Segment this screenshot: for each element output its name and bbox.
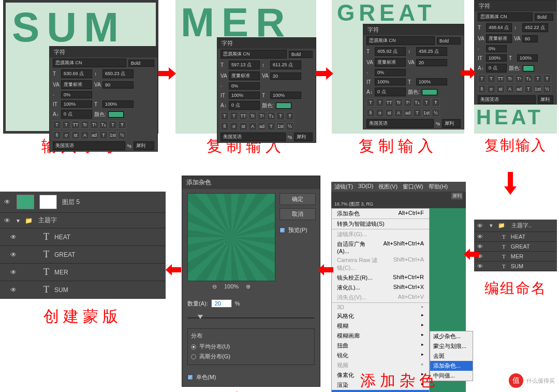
zoom-level: 100% bbox=[224, 283, 239, 290]
layer-mer[interactable]: MER bbox=[511, 253, 523, 259]
amount-slider-thumb[interactable] bbox=[198, 315, 203, 319]
layer-heat[interactable]: HEAT bbox=[511, 234, 526, 240]
menu-filter[interactable]: 滤镜(T) bbox=[334, 183, 353, 191]
zoom-in-icon[interactable]: ⊕ bbox=[246, 283, 251, 290]
layer-heat[interactable]: HEAT bbox=[54, 234, 70, 241]
hscale-input[interactable]: 100% bbox=[102, 100, 134, 108]
italic-toggle[interactable]: T bbox=[62, 121, 70, 129]
layer-great[interactable]: GREAT bbox=[511, 243, 530, 250]
mask-thumb[interactable] bbox=[39, 195, 57, 209]
svg-marker-3 bbox=[504, 172, 517, 195]
svg-marker-4 bbox=[464, 249, 479, 260]
layer-mer[interactable]: MER bbox=[54, 269, 68, 276]
group-name[interactable]: 主题字 bbox=[38, 216, 57, 225]
font-size-icon: T bbox=[53, 71, 59, 77]
superscript-toggle[interactable]: T¹ bbox=[90, 121, 98, 129]
allcaps-toggle[interactable]: TT bbox=[71, 121, 80, 129]
language-dropdown[interactable]: 美国英语 bbox=[53, 141, 125, 150]
layer-5[interactable]: 图层 5 bbox=[62, 198, 80, 207]
cancel-button[interactable]: 取消 bbox=[280, 208, 316, 220]
svg-marker-2 bbox=[461, 67, 476, 79]
canvas-3: GREAT 字符 思源黑体 CNBold T405.92 点↕458.25 点 … bbox=[332, 0, 464, 134]
arrow-left-icon bbox=[166, 264, 181, 275]
folder-icon: 📁 bbox=[25, 217, 33, 224]
aa-dropdown[interactable]: 犀利 bbox=[134, 141, 154, 150]
layers-panel-large[interactable]: 👁图层 5 👁▾📁主题字 👁THEAT 👁TGREAT 👁TMER 👁TSUM bbox=[0, 192, 166, 299]
canvas-1: SUM 字符 思源黑体 CN Bold T630.69 点 ↕650.23 点 … bbox=[3, 0, 158, 134]
folder-icon: 📁 bbox=[498, 222, 506, 229]
baseline-icon: A↓ bbox=[53, 111, 59, 117]
chevron-down-icon[interactable]: ▾ bbox=[490, 222, 493, 229]
watermark-badge-icon: 值 bbox=[509, 373, 523, 388]
leading-input[interactable]: 650.23 点 bbox=[102, 69, 134, 78]
tsume-input[interactable]: 0% bbox=[61, 91, 92, 98]
caption-6: 添加杂色 bbox=[337, 370, 462, 391]
visibility-icon[interactable]: 👁 bbox=[4, 198, 11, 206]
arrow-right-icon bbox=[316, 67, 333, 80]
text-sum[interactable]: SUM bbox=[12, 4, 126, 51]
kerning-input[interactable]: 度量标准 bbox=[61, 80, 92, 89]
tracking-input[interactable]: 90 bbox=[102, 81, 134, 89]
group-name[interactable]: 主题字.. bbox=[511, 222, 532, 229]
caption-5: 编组命名 bbox=[474, 279, 557, 298]
hscale-icon: T bbox=[94, 101, 100, 107]
gaussian-radio[interactable] bbox=[191, 354, 196, 359]
bold-toggle[interactable]: T bbox=[53, 121, 61, 129]
canvas-4: HEAT bbox=[474, 105, 557, 134]
character-panel-1[interactable]: 字符 思源黑体 CN Bold T630.69 点 ↕650.23 点 VA度量… bbox=[49, 46, 158, 152]
baseline-input[interactable]: 0 点 bbox=[61, 110, 92, 119]
submenu-add-noise: 添加杂色... bbox=[430, 361, 473, 371]
dialog-title: 添加杂色 bbox=[182, 176, 320, 189]
distribution-label: 分布 bbox=[191, 332, 311, 340]
vscale-input[interactable]: 100% bbox=[61, 100, 92, 108]
subscript-toggle[interactable]: T₁ bbox=[99, 121, 108, 129]
font-family-dropdown[interactable]: 思源黑体 CN bbox=[53, 59, 126, 67]
menubar[interactable]: 滤镜(T) 3D(D) 视图(V) 窗口(W) 帮助(H) bbox=[331, 182, 466, 192]
tsume-icon: · bbox=[53, 92, 59, 98]
strikethrough-toggle[interactable]: Ŧ bbox=[118, 121, 126, 129]
chevron-down-icon[interactable]: ▾ bbox=[17, 217, 20, 224]
caption-7: 输入数量 bbox=[182, 389, 320, 392]
text-great[interactable]: GREAT bbox=[337, 0, 436, 26]
canvas-2: MER 字符 思源黑体 CNBold T597.13 点↕611.25 点 VA… bbox=[175, 0, 316, 134]
layer-great[interactable]: GREAT bbox=[54, 251, 75, 258]
text-heat[interactable]: HEAT bbox=[476, 106, 543, 129]
layers-panel-small[interactable]: 👁▾📁主题字.. 👁THEAT 👁TGREAT 👁TMER 👁TSUM bbox=[474, 220, 557, 271]
kerning-icon: VA bbox=[53, 82, 59, 88]
ok-button[interactable]: 确定 bbox=[280, 193, 316, 205]
opentype-row: fiσstAadT1st½ bbox=[50, 130, 157, 140]
arrow-right-icon bbox=[158, 67, 176, 80]
character-panel-4[interactable]: 字符 思源黑体 CNBold T488.64 点↕452.22 点 VA度量标准… bbox=[474, 0, 557, 106]
font-weight-dropdown[interactable]: Bold bbox=[128, 60, 154, 67]
preview-checkbox[interactable]: ✓ bbox=[280, 227, 285, 233]
layer-sum[interactable]: SUM bbox=[54, 286, 68, 294]
style-toggle-row: TTTTTrT¹T₁TŦ bbox=[50, 120, 157, 130]
text-color-swatch[interactable] bbox=[108, 111, 124, 118]
smallcaps-toggle[interactable]: Tr bbox=[81, 121, 89, 129]
mono-checkbox[interactable]: ✓ bbox=[187, 374, 193, 380]
arrow-left-icon bbox=[318, 264, 333, 275]
ligature-toggle[interactable]: fi bbox=[53, 131, 61, 139]
watermark: 值 什么值得买 bbox=[509, 373, 555, 388]
character-panel-3[interactable]: 字符 思源黑体 CNBold T405.92 点↕458.25 点 VA度量标准… bbox=[363, 24, 464, 129]
vscale-icon: IT bbox=[53, 101, 59, 107]
leading-icon: ↕ bbox=[94, 71, 100, 77]
uniform-radio[interactable] bbox=[191, 344, 196, 350]
zoom-out-icon[interactable]: ⊖ bbox=[212, 283, 217, 290]
filter-dropdown-menu[interactable]: 添加杂色Alt+Ctrl+F 转换为智能滤镜(S) 滤镜库(G)... 自适应广… bbox=[331, 208, 430, 392]
caption-3: 复制输入 bbox=[332, 136, 464, 157]
amount-input[interactable]: 20 bbox=[211, 299, 232, 308]
color-label: 颜色: bbox=[94, 111, 106, 118]
font-size-input[interactable]: 630.69 点 bbox=[61, 69, 92, 78]
caption-8: 创建蒙版 bbox=[0, 306, 166, 327]
svg-marker-0 bbox=[158, 67, 176, 80]
visibility-icon[interactable]: 👁 bbox=[477, 223, 484, 229]
layer-thumb[interactable] bbox=[17, 195, 34, 209]
layer-sum[interactable]: SUM bbox=[511, 263, 523, 269]
underline-toggle[interactable]: T bbox=[109, 121, 117, 129]
caption-4: 复制输入 bbox=[474, 136, 557, 155]
add-noise-dialog[interactable]: 添加杂色 ⊖ 100% ⊕ 确定 取消 ✓预览(P) 数量(A bbox=[182, 176, 320, 387]
character-panel-2[interactable]: 字符 思源黑体 CNBold T597.13 点↕611.25 点 VA度量标准… bbox=[217, 37, 316, 143]
svg-marker-6 bbox=[166, 264, 181, 275]
noise-preview bbox=[187, 193, 275, 281]
